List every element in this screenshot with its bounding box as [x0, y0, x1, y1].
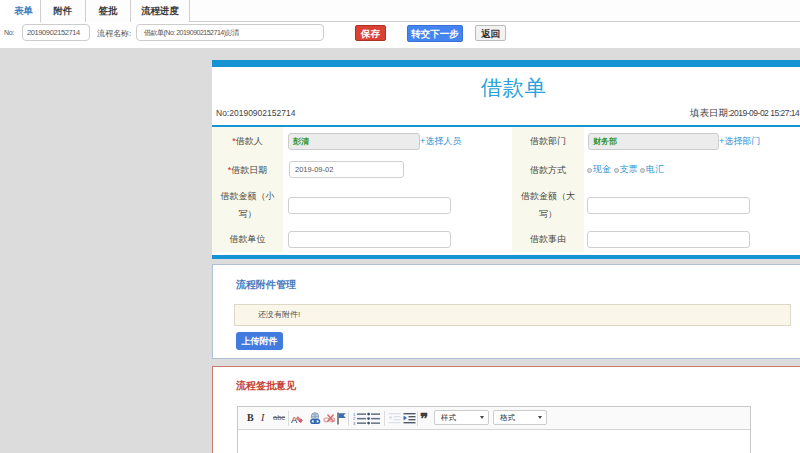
svg-text:3: 3	[353, 421, 356, 426]
